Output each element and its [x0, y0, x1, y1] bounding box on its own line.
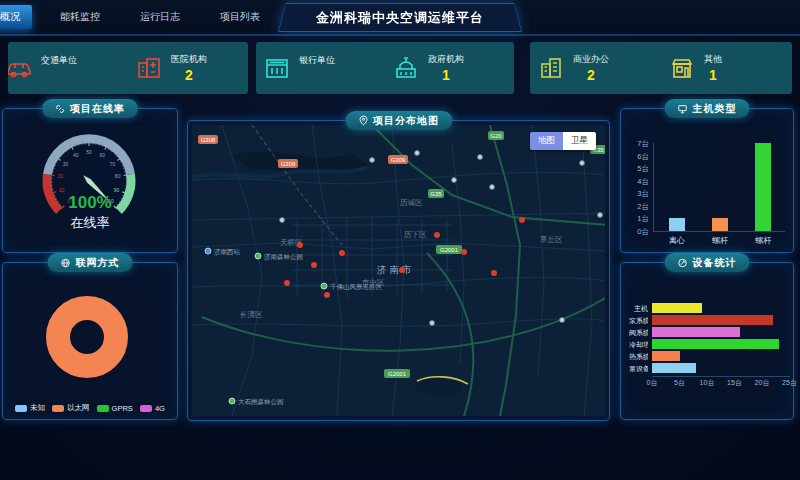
stat-value: 2 — [185, 67, 193, 83]
x-category-label: 螺杆 — [743, 235, 783, 246]
header: 概况 能耗监控 运行日志 项目列表 视频监控 金洲科瑞中央空调运维平台 — [0, 0, 800, 36]
panel-host-type-header: 主机类型 — [665, 99, 750, 118]
online-rate-label: 在线率 — [3, 214, 177, 232]
map-pin-icon — [358, 115, 368, 126]
stat-item-hospital: 医院机构 2 — [128, 53, 248, 83]
panel-title: 主机类型 — [693, 102, 737, 116]
legend-swatch — [97, 405, 109, 412]
tab-project-list[interactable]: 项目列表 — [208, 5, 272, 29]
svg-text:20: 20 — [58, 173, 64, 179]
bar-冷却塔 — [652, 339, 779, 349]
stat-value: 1 — [709, 67, 717, 83]
map-canvas[interactable]: 地图 卫星 — [192, 125, 605, 416]
bar-热系统 — [652, 351, 680, 361]
y-axis-tick: 2台 — [625, 202, 649, 212]
bar-量设备 — [652, 363, 696, 373]
stat-item-government: 政府机构 1 — [385, 53, 514, 83]
panel-title: 联网方式 — [76, 256, 120, 270]
legend-label: 未知 — [30, 403, 45, 413]
network-donut-chart — [3, 277, 177, 395]
svg-text:30: 30 — [63, 161, 69, 167]
stat-label: 其他 — [704, 53, 722, 66]
x-axis-tick: 20台 — [749, 378, 775, 388]
poi-label: 大石崮森林公园 — [238, 398, 284, 406]
dashboard-screen: 概况 能耗监控 运行日志 项目列表 视频监控 金洲科瑞中央空调运维平台 交通单位 — [0, 0, 800, 480]
legend-item-unknown[interactable]: 未知 — [15, 403, 45, 413]
y-axis-line — [653, 143, 654, 231]
bar-离心 — [669, 218, 685, 231]
legend-swatch — [15, 405, 27, 412]
stat-item-transport: 交通单位 — [8, 54, 128, 83]
map-svg: G308 G309 G309 G35 G35 G20 G2001 G2001 天… — [192, 125, 605, 416]
legend-swatch — [52, 405, 64, 412]
panel-title: 项目在线率 — [70, 102, 125, 116]
device-stats-chart: 主机泵系统阀系统冷却塔热系统量设备0台5台10台15台20台25台 — [629, 277, 787, 415]
panel-device-stats-header: 设备统计 — [665, 253, 750, 272]
x-axis-line — [652, 376, 790, 377]
map-mode-button[interactable]: 地图 — [530, 132, 563, 150]
stat-value: 2 — [587, 67, 595, 83]
district-label: 章丘区 — [540, 235, 563, 244]
government-icon — [393, 55, 419, 81]
poi-label: 济南森林公园 — [264, 253, 303, 261]
stat-card-3: 商业办公 2 其他 1 — [530, 42, 792, 94]
tab-overview[interactable]: 概况 — [0, 5, 32, 29]
bank-icon — [264, 55, 290, 81]
road-badge: G2001 — [388, 371, 407, 377]
stat-card-1: 交通单位 医院机构 2 — [8, 42, 248, 94]
x-axis-tick: 5台 — [667, 378, 693, 388]
y-axis-tick: 5台 — [625, 164, 649, 174]
stat-label: 医院机构 — [171, 53, 207, 66]
svg-text:50: 50 — [86, 149, 92, 155]
row-label-冷却塔: 冷却塔 — [629, 340, 648, 350]
row-label-泵系统: 泵系统 — [629, 316, 648, 326]
panel-network-type: 联网方式 未知 以太网 GPRS 4G — [2, 262, 178, 420]
panel-online-rate: 项目在线率 0102030405060708090100 100% 在线率 — [2, 108, 178, 253]
panel-title: 项目分布地图 — [373, 114, 439, 128]
x-axis-tick: 25台 — [777, 378, 800, 388]
online-rate-value: 100% — [3, 193, 177, 213]
title-box-inner: 金洲科瑞中央空调运维平台 — [279, 4, 521, 31]
x-axis-tick: 15台 — [722, 378, 748, 388]
legend-item-gprs[interactable]: GPRS — [97, 403, 133, 413]
road-badge: G20 — [490, 133, 502, 139]
car-icon — [8, 55, 32, 81]
compass-icon — [678, 258, 688, 268]
legend-label: 以太网 — [67, 403, 90, 413]
satellite-mode-button[interactable]: 卫星 — [563, 132, 596, 150]
panel-host-type: 主机类型 0台1台2台3台4台5台6台7台离心螺杆螺杆 — [620, 108, 794, 253]
legend-item-ethernet[interactable]: 以太网 — [52, 403, 90, 413]
tab-operation-log[interactable]: 运行日志 — [128, 5, 192, 29]
poi-label: 千佛山风景名胜区 — [330, 283, 383, 291]
lake-shape — [415, 379, 463, 395]
stat-value: 1 — [442, 67, 450, 83]
panel-title: 设备统计 — [693, 256, 737, 270]
bar-阀系统 — [652, 327, 740, 337]
title-box: 金洲科瑞中央空调运维平台 — [278, 3, 522, 32]
panel-map-header: 项目分布地图 — [345, 111, 452, 130]
host-type-chart: 0台1台2台3台4台5台6台7台离心螺杆螺杆 — [625, 123, 789, 248]
district-label: 历城区 — [400, 198, 423, 207]
road-badge: G309 — [391, 157, 406, 163]
svg-text:40: 40 — [73, 152, 79, 158]
tab-energy-monitor[interactable]: 能耗监控 — [48, 5, 112, 29]
stat-label: 银行单位 — [299, 54, 335, 67]
panel-network-type-header: 联网方式 — [48, 253, 133, 272]
y-axis-tick: 6台 — [625, 152, 649, 162]
svg-text:10: 10 — [59, 187, 65, 193]
hospital-icon — [136, 55, 162, 81]
map-mode-switch: 地图 卫星 — [530, 132, 596, 150]
x-axis-line — [653, 231, 785, 232]
legend-item-4g[interactable]: 4G — [140, 403, 165, 413]
x-category-label: 离心 — [657, 235, 697, 246]
road-badge: G2001 — [440, 247, 459, 253]
x-category-label: 螺杆 — [700, 235, 740, 246]
bar-螺杆 — [712, 218, 728, 231]
city-label: 济南市 — [377, 264, 415, 275]
legend-label: GPRS — [112, 404, 133, 413]
x-axis-tick: 0台 — [639, 378, 665, 388]
row-label-主机: 主机 — [629, 304, 648, 314]
legend-label: 4G — [155, 404, 165, 413]
poi-label: 济南西站 — [214, 248, 241, 256]
district-label: 长清区 — [239, 310, 263, 319]
